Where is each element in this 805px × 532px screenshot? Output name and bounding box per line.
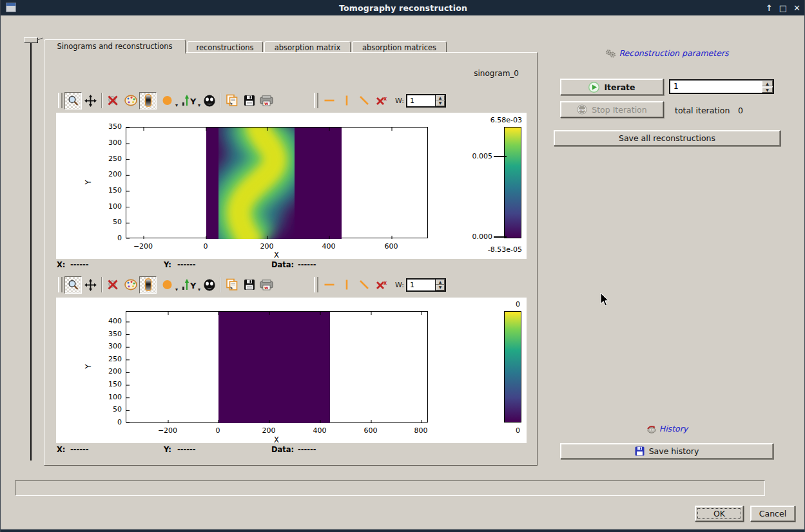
spin-up-icon[interactable]: ▲ — [436, 95, 445, 101]
tab-absorption-matrix[interactable]: absorption matrix — [264, 41, 351, 52]
progress-bar — [15, 480, 765, 496]
sinogram-index-slider[interactable] — [24, 35, 39, 464]
diagonal-profile-button[interactable] — [355, 276, 373, 294]
pan-mode-button[interactable] — [82, 276, 99, 294]
profile-width-value[interactable]: 1 — [407, 280, 435, 290]
iterations-spinbox[interactable]: 1 ▲ ▼ — [669, 79, 774, 94]
vertical-profile-button[interactable] — [338, 92, 355, 109]
tab-reconstructions[interactable]: reconstructions — [187, 41, 263, 52]
vertical-profile-button[interactable] — [338, 276, 355, 294]
status-x-value: ------ — [70, 445, 89, 454]
mask-tool-button[interactable] — [200, 92, 218, 109]
clear-profile-button[interactable]: x — [373, 276, 390, 294]
colormap-invert-button[interactable] — [139, 276, 157, 294]
x-tick: 0 — [186, 242, 225, 251]
y-tick: 0 — [57, 418, 122, 426]
save-history-button[interactable]: Save history — [560, 443, 773, 459]
reconstruction-image — [126, 312, 429, 423]
y-tick: 150 — [57, 186, 122, 195]
close-icon[interactable]: ✕ — [793, 3, 800, 13]
save-figure-button[interactable] — [240, 276, 258, 294]
pan-mode-button[interactable] — [82, 92, 99, 109]
slider-handle[interactable] — [24, 37, 38, 43]
print-figure-button[interactable]: w — [258, 276, 275, 294]
magnifier-icon — [67, 95, 79, 107]
blue-floppy-icon — [635, 446, 645, 456]
horizontal-profile-button[interactable] — [320, 92, 338, 109]
diagonal-profile-button[interactable] — [355, 92, 373, 109]
spin-down-icon[interactable]: ▼ — [762, 87, 773, 93]
ok-button[interactable]: OK — [695, 506, 744, 522]
mouse-cursor — [600, 293, 609, 307]
tab-sinograms-and-reconstructions[interactable]: Sinograms and reconstructions — [44, 39, 186, 53]
toolbar-handle[interactable] — [58, 93, 63, 108]
y-axis-label: Y — [84, 180, 93, 184]
reconstruction-axes[interactable] — [126, 311, 428, 423]
status-data-value: ------ — [298, 260, 316, 269]
reset-zoom-button[interactable] — [104, 92, 122, 109]
spin-down-icon[interactable]: ▼ — [436, 285, 445, 290]
iterations-value[interactable]: 1 — [670, 81, 761, 93]
colorbar-max-label: 6.58e-03 — [490, 116, 522, 124]
cancel-button[interactable]: Cancel — [750, 506, 795, 522]
copy-to-clipboard-button[interactable] — [223, 276, 240, 294]
status-data-label: Data: — [271, 260, 294, 269]
brush-tool-button[interactable]: ▾ — [157, 276, 178, 294]
print-figure-button[interactable]: w — [258, 92, 275, 109]
printer-icon: w — [260, 95, 273, 106]
zoom-mode-button[interactable] — [64, 92, 82, 109]
iterate-button[interactable]: Iterate — [560, 79, 664, 95]
svg-text:STOP: STOP — [579, 109, 586, 111]
y-axis-direction-button[interactable]: Y ▾ — [178, 92, 200, 109]
status-data-label: Data: — [271, 445, 294, 454]
sinogram-axes[interactable] — [126, 127, 428, 238]
history-link[interactable]: History — [554, 424, 781, 433]
colorbar-max-label: 0 — [516, 300, 520, 309]
colormap-dialog-button[interactable] — [122, 92, 139, 109]
colorbar-min-label: -8.53e-05 — [488, 245, 522, 254]
x-tick: 0 — [199, 426, 237, 435]
stop-iteration-button[interactable]: STOP Stop Iteration — [560, 101, 664, 118]
toolbar-handle[interactable] — [58, 277, 63, 292]
tab-absorption-matrices[interactable]: absorption matrices — [352, 41, 447, 52]
profile-width-value[interactable]: 1 — [407, 95, 435, 106]
horizontal-profile-button[interactable] — [320, 276, 338, 294]
sinogram-figure[interactable]: 350 300 250 200 150 100 50 0 −200 0 200 … — [56, 113, 527, 259]
toolbar-separator — [220, 277, 221, 292]
colormap-dialog-button[interactable] — [122, 276, 139, 294]
y-tick: 100 — [57, 202, 122, 211]
save-all-reconstructions-button[interactable]: Save all reconstructions — [554, 130, 781, 146]
toolbar-separator — [101, 93, 102, 108]
total-iteration-value: 0 — [738, 106, 743, 115]
spin-down-icon[interactable]: ▼ — [436, 100, 445, 106]
copy-to-clipboard-button[interactable] — [223, 92, 240, 109]
status-y-value: ------ — [177, 445, 196, 454]
shade-window-icon[interactable]: ↑ — [766, 3, 773, 13]
profile-width-spinbox[interactable]: 1 ▲ ▼ — [406, 94, 446, 108]
profile-width-label: W: — [395, 281, 404, 289]
zoom-mode-button[interactable] — [64, 276, 82, 294]
save-figure-button[interactable] — [240, 92, 258, 109]
clear-profile-button[interactable]: x — [373, 92, 390, 109]
reset-zoom-button[interactable] — [104, 276, 122, 294]
profile-width-spinbox[interactable]: 1 ▲ ▼ — [406, 278, 446, 292]
toolbar-handle[interactable] — [314, 277, 318, 292]
reconstruction-parameters-link[interactable]: Reconstruction parameters — [554, 48, 781, 58]
reconstruction-figure[interactable]: 400 350 300 250 200 150 100 50 0 −200 0 … — [56, 298, 527, 443]
brush-tool-button[interactable]: ▾ — [157, 92, 178, 109]
spin-up-icon[interactable]: ▲ — [436, 280, 445, 285]
total-iteration-label: total iteration — [675, 106, 730, 115]
colormap-invert-button[interactable] — [139, 92, 157, 109]
red-x-icon: x — [375, 95, 387, 107]
y-tick: 400 — [57, 317, 122, 325]
x-axis-label: X — [274, 435, 279, 444]
diagonal-line-icon — [358, 279, 370, 290]
slider-trough[interactable] — [30, 42, 32, 461]
mask-tool-button[interactable] — [200, 276, 218, 294]
x-tick: −200 — [148, 426, 187, 435]
maximize-icon[interactable]: □ — [779, 3, 787, 13]
plot2-toolbar: ▾ Y ▾ — [58, 275, 446, 294]
toolbar-handle[interactable] — [314, 93, 318, 108]
y-axis-direction-button[interactable]: Y ▾ — [178, 276, 200, 294]
spin-up-icon[interactable]: ▲ — [762, 81, 773, 86]
